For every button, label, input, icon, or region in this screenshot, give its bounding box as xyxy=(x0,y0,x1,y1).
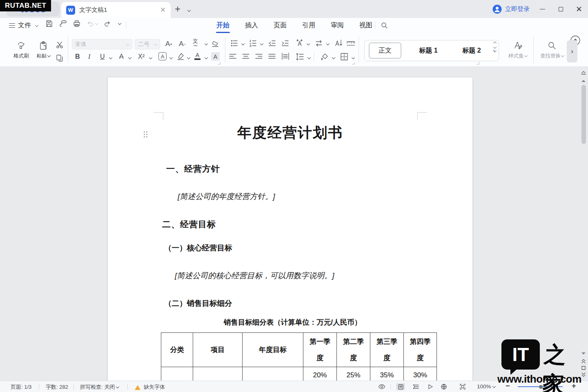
bullet-list-chevron-icon[interactable] xyxy=(241,42,245,45)
fit-screen-icon[interactable] xyxy=(458,383,467,390)
underline-button[interactable]: U xyxy=(100,53,105,60)
tab-page[interactable]: 页面 xyxy=(273,19,287,32)
login-link[interactable]: 立即登录 xyxy=(505,5,530,13)
tab-home[interactable]: 开始 xyxy=(216,19,230,32)
font-color-chevron-icon[interactable] xyxy=(205,56,208,59)
two-way-chevron-icon[interactable] xyxy=(326,42,330,45)
doc-heading-2[interactable]: 二、经营目标 xyxy=(162,219,216,230)
next-page-icon[interactable] xyxy=(580,372,587,378)
zoom-slider[interactable] xyxy=(518,386,563,387)
zoom-out-button[interactable]: − xyxy=(506,382,510,390)
new-tab-button[interactable]: + xyxy=(175,3,180,15)
style-set-button[interactable]: 样式集 xyxy=(506,38,530,60)
sales-target-table[interactable]: 分类 项目 年度目标 第一季度 第二季度 第三季度 第四季度 20% 25% 3… xyxy=(161,332,437,381)
web-layout-icon[interactable] xyxy=(439,383,448,390)
doc-placeholder-2[interactable]: [简述公司的核心经营目标，可以用数字说明。] xyxy=(175,270,334,281)
style-heading-1[interactable]: 标题 1 xyxy=(410,40,447,61)
doc-subheading-2[interactable]: （二）销售目标细分 xyxy=(164,298,232,308)
doc-title[interactable]: 年度经营计划书 xyxy=(108,123,472,142)
phonetic-guide-icon[interactable]: 文〜 xyxy=(193,38,198,48)
numbered-list-chevron-icon[interactable] xyxy=(260,42,263,45)
close-tab-icon[interactable]: ✕ xyxy=(160,7,166,13)
font-color-icon[interactable]: A xyxy=(194,52,200,60)
cell-q2[interactable]: 25% xyxy=(337,367,370,381)
text-direction-icon[interactable] xyxy=(295,38,304,47)
save-icon[interactable] xyxy=(45,20,53,28)
grow-font-icon[interactable]: A+ xyxy=(165,40,172,48)
qat-more-chevron-icon[interactable] xyxy=(118,22,121,25)
restore-button[interactable] xyxy=(555,4,566,14)
tab-view[interactable]: 视图 xyxy=(359,19,373,32)
char-shading-icon[interactable]: A xyxy=(211,52,220,61)
bullet-list-icon[interactable] xyxy=(230,39,238,47)
th-q3[interactable]: 第三季度 xyxy=(370,333,404,367)
tab-ruler-icon[interactable] xyxy=(346,39,355,47)
zoom-in-button[interactable]: + xyxy=(572,382,576,390)
play-presentation-icon[interactable] xyxy=(426,383,435,390)
distribute-icon[interactable] xyxy=(281,52,290,60)
borders-icon[interactable] xyxy=(340,52,349,61)
highlight-color-icon[interactable] xyxy=(176,52,185,60)
increase-indent-icon[interactable] xyxy=(281,39,289,47)
browse-object-icon[interactable] xyxy=(580,365,587,370)
tab-review[interactable]: 审阅 xyxy=(330,19,345,32)
scroll-down-icon[interactable] xyxy=(580,352,587,356)
shrink-font-icon[interactable]: A− xyxy=(179,40,186,48)
word-count[interactable]: 字数: 282 xyxy=(46,383,68,391)
th-annual-goal[interactable]: 年度目标 xyxy=(243,333,303,367)
copy-icon[interactable] xyxy=(56,54,64,62)
style-more-icon[interactable] xyxy=(493,49,497,52)
page-indicator[interactable]: 页面: 1/3 xyxy=(11,383,31,391)
close-window-button[interactable]: ✕ xyxy=(574,4,584,14)
format-painter-button[interactable]: 格式刷 xyxy=(10,38,32,60)
style-normal[interactable]: 正文 xyxy=(369,42,401,59)
align-right-icon[interactable] xyxy=(255,53,263,60)
th-q1[interactable]: 第一季度 xyxy=(303,333,337,367)
two-way-arrow-icon[interactable] xyxy=(314,39,323,47)
th-q4[interactable]: 第四季度 xyxy=(404,333,437,367)
borders-chevron-icon[interactable] xyxy=(352,56,355,59)
doc-placeholder-1[interactable]: [简述公司的年度经营方针。] xyxy=(178,191,275,202)
decrease-indent-icon[interactable] xyxy=(268,39,276,47)
style-scroll-down-icon[interactable] xyxy=(493,45,497,49)
numbered-list-icon[interactable] xyxy=(249,39,257,47)
shading-bucket-icon[interactable] xyxy=(320,52,329,61)
text-direction-chevron-icon[interactable] xyxy=(307,42,310,45)
undo-button[interactable] xyxy=(87,20,98,27)
outline-view-icon[interactable] xyxy=(412,383,421,390)
zoom-level[interactable]: 100% xyxy=(477,383,495,390)
superscript-chevron-icon[interactable] xyxy=(149,56,152,59)
minimize-button[interactable] xyxy=(537,4,548,14)
document-tab[interactable]: W 文字文稿1 ✕ xyxy=(61,2,171,18)
search-icon[interactable] xyxy=(381,22,388,29)
doc-subheading-1[interactable]: （一）核心经营目标 xyxy=(164,243,232,253)
clear-format-icon[interactable] xyxy=(211,39,220,48)
tab-list-chevron-icon[interactable] xyxy=(186,7,190,14)
underline-chevron-icon[interactable] xyxy=(109,56,112,59)
text-effect-chevron-icon[interactable] xyxy=(169,56,173,59)
style-heading-2[interactable]: 标题 2 xyxy=(453,40,490,61)
account-area[interactable]: 立即登录 xyxy=(492,4,530,14)
th-category[interactable]: 分类 xyxy=(161,333,193,367)
zoom-slider-handle[interactable] xyxy=(539,385,543,389)
ribbon-more-button[interactable]: › xyxy=(567,40,577,62)
strikethrough-chevron-icon[interactable] xyxy=(128,56,131,59)
style-scroll-up-icon[interactable] xyxy=(493,42,497,45)
cell-annual-goal[interactable] xyxy=(243,367,303,381)
line-spacing-chevron-icon[interactable] xyxy=(307,56,311,59)
shading-chevron-icon[interactable] xyxy=(332,56,335,59)
file-menu[interactable]: 文件 xyxy=(9,21,38,30)
export-pdf-icon[interactable] xyxy=(59,20,67,28)
missing-font-warning[interactable]: 缺失字体 xyxy=(135,383,165,391)
tab-insert[interactable]: 插入 xyxy=(244,19,259,32)
find-replace-button[interactable]: 查找替换 xyxy=(540,38,564,60)
vertical-scrollbar-thumb[interactable] xyxy=(581,85,586,144)
th-q2[interactable]: 第二季度 xyxy=(337,333,370,367)
strikethrough-button[interactable]: A xyxy=(119,53,124,60)
bold-button[interactable]: B xyxy=(75,53,80,60)
cell-q1[interactable]: 20% xyxy=(303,367,337,381)
paste-button[interactable]: 粘贴 xyxy=(32,38,54,60)
line-spacing-icon[interactable] xyxy=(296,52,305,61)
sort-icon[interactable] xyxy=(334,38,343,47)
print-icon[interactable] xyxy=(73,20,81,28)
